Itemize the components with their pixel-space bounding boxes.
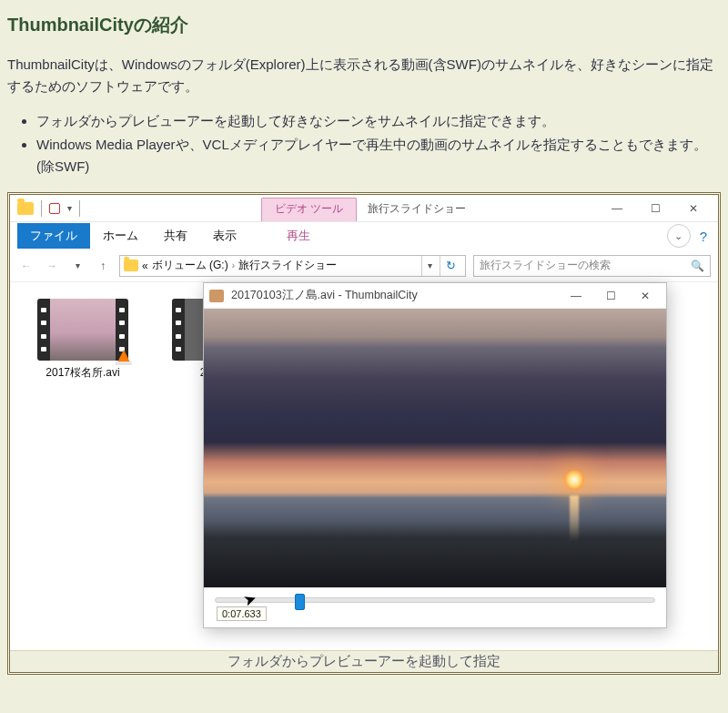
ribbon-collapse-button[interactable]: ⌄: [667, 224, 691, 248]
nav-up-button[interactable]: ↑: [94, 257, 112, 275]
sunset-glow-icon: [564, 470, 584, 490]
app-icon: [209, 290, 224, 302]
scrub-thumb[interactable]: [295, 594, 305, 610]
address-bar[interactable]: « ボリューム (G:) › 旅行スライドショー ▾ ↻: [119, 255, 466, 277]
preview-video-frame: [204, 309, 666, 587]
preview-scrub-bar: ➤ 0:07.633: [204, 587, 666, 627]
search-placeholder: 旅行スライドショーの検索: [480, 258, 611, 273]
intro-paragraph: ThumbnailCityは、Windowsのフォルダ(Explorer)上に表…: [7, 54, 721, 97]
ribbon-tab-playback[interactable]: 再生: [274, 223, 323, 249]
explorer-content: 2017桜名所.avi 2017…: [10, 282, 718, 628]
feature-item: Windows Media Playerや、VCLメディアプレイヤーで再生中の動…: [36, 134, 721, 178]
video-thumbnail-icon: [50, 299, 116, 361]
explorer-titlebar: ▾ ビデオ ツール 旅行スライドショー ― ☐ ✕: [10, 195, 718, 222]
file-item[interactable]: 2017桜名所.avi: [25, 299, 141, 393]
screenshot-frame: ▾ ビデオ ツール 旅行スライドショー ― ☐ ✕ ファイル ホーム 共有 表示…: [7, 192, 721, 675]
ribbon-tabs: ファイル ホーム 共有 表示 再生 ⌄ ?: [10, 222, 718, 250]
scrub-tooltip: 0:07.633: [217, 606, 267, 621]
preview-close-button[interactable]: ✕: [628, 283, 662, 309]
qat-item-icon[interactable]: [49, 203, 60, 214]
folder-icon: [17, 202, 34, 215]
close-button[interactable]: ✕: [674, 196, 713, 221]
vlc-overlay-icon: [116, 350, 131, 364]
screenshot-caption: フォルダからプレビューアーを起動して指定: [10, 650, 718, 672]
breadcrumb-chevrons[interactable]: «: [142, 260, 148, 272]
window-controls: ― ☐ ✕: [598, 195, 713, 221]
preview-titlebar[interactable]: 20170103江ノ島.avi - ThumbnailCity ― ☐ ✕: [204, 283, 666, 309]
file-label: 2017桜名所.avi: [46, 366, 119, 380]
nav-back-button[interactable]: ←: [17, 257, 35, 275]
ribbon-tab-share[interactable]: 共有: [151, 223, 200, 249]
nav-forward-button[interactable]: →: [43, 257, 61, 275]
address-dropdown-button[interactable]: ▾: [421, 256, 438, 276]
contextual-tab-title: 旅行スライドショー: [359, 199, 475, 221]
contextual-tabset: ビデオ ツール 旅行スライドショー: [261, 195, 477, 221]
minimize-button[interactable]: ―: [598, 196, 636, 221]
ribbon-tab-view[interactable]: 表示: [200, 223, 249, 249]
nav-history-dropdown[interactable]: ▾: [68, 257, 86, 275]
preview-title: 20170103江ノ島.avi - ThumbnailCity: [231, 288, 418, 303]
preview-maximize-button[interactable]: ☐: [593, 283, 628, 309]
divider: [41, 200, 42, 217]
divider: [79, 200, 80, 217]
refresh-button[interactable]: ↻: [440, 256, 461, 276]
explorer-window: ▾ ビデオ ツール 旅行スライドショー ― ☐ ✕ ファイル ホーム 共有 表示…: [10, 195, 718, 650]
folder-icon: [124, 260, 138, 271]
feature-item: フォルダからプレビューアーを起動して好きなシーンをサムネイルに指定できます。: [36, 110, 721, 132]
ribbon-tab-home[interactable]: ホーム: [90, 223, 151, 249]
sunset-reflection-icon: [570, 495, 579, 541]
maximize-button[interactable]: ☐: [636, 196, 674, 221]
scrub-track[interactable]: ➤: [215, 597, 655, 603]
address-bar-row: ← → ▾ ↑ « ボリューム (G:) › 旅行スライドショー ▾ ↻ 旅行ス…: [10, 250, 718, 282]
page-title: ThumbnailCityの紹介: [7, 13, 721, 37]
help-button[interactable]: ?: [694, 229, 713, 244]
chevron-right-icon: ›: [232, 260, 235, 270]
breadcrumb-level2[interactable]: 旅行スライドショー: [238, 258, 337, 273]
qat-dropdown-icon[interactable]: ▾: [67, 203, 72, 213]
preview-minimize-button[interactable]: ―: [559, 283, 593, 309]
preview-window: 20170103江ノ島.avi - ThumbnailCity ― ☐ ✕ ➤: [203, 282, 667, 628]
contextual-tab-video-tools[interactable]: ビデオ ツール: [261, 198, 357, 221]
breadcrumb-level1[interactable]: ボリューム (G:): [152, 258, 228, 273]
search-input[interactable]: 旅行スライドショーの検索 🔍: [473, 255, 711, 277]
feature-list: フォルダからプレビューアーを起動して好きなシーンをサムネイルに指定できます。 W…: [24, 110, 721, 178]
ribbon-tab-file[interactable]: ファイル: [17, 223, 90, 249]
search-icon: 🔍: [691, 260, 704, 272]
quick-access-toolbar: ▾: [10, 195, 87, 221]
